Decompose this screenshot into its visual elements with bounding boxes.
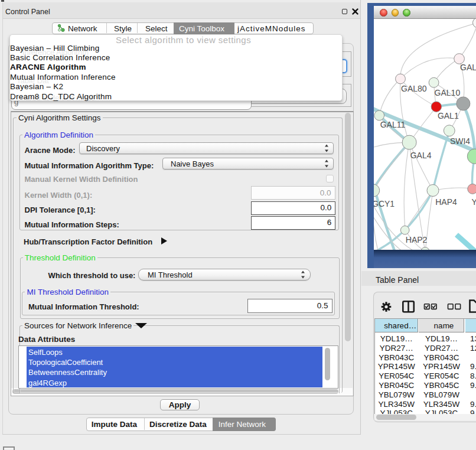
- svg-text:HAP4: HAP4: [435, 197, 457, 206]
- svg-text:GAL1: GAL1: [438, 111, 459, 120]
- svg-text:GAL80: GAL80: [401, 83, 427, 93]
- svg-text:GAL7: GAL7: [460, 62, 476, 71]
- svg-text:SWI4: SWI4: [450, 136, 470, 145]
- svg-text:GAL10: GAL10: [435, 87, 461, 97]
- svg-text:GAL11: GAL11: [380, 119, 406, 129]
- svg-text:Y: Y: [472, 197, 476, 206]
- svg-text:GAL4: GAL4: [410, 150, 432, 159]
- svg-text:HAP2: HAP2: [406, 235, 428, 244]
- svg-text:GCY1: GCY1: [374, 198, 395, 208]
